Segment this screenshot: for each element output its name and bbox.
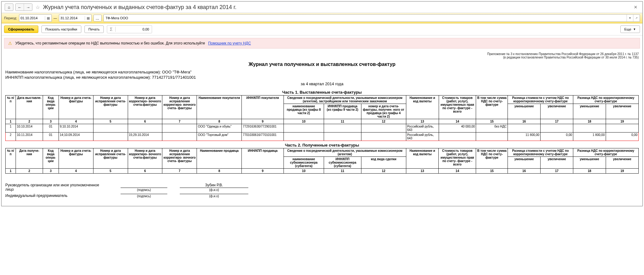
part1-title: Часть 1. Выставленные счета-фактуры <box>5 90 639 95</box>
period-bar: Период: ▦ — ▦ ... ▼ ↗ <box>2 13 642 23</box>
page-title: Журнал учета полученных и выданных счето… <box>43 4 630 11</box>
table-row[interactable]: 110.10.2014019;10.10.2014ООО "Одежда и о… <box>6 124 639 133</box>
report-period: за 4 квартал 2014 года <box>5 82 639 86</box>
forward-icon[interactable]: → <box>24 4 32 11</box>
org-field[interactable]: ▼ ↗ <box>103 14 640 22</box>
dropdown-icon[interactable]: ▼ <box>627 15 633 21</box>
org-input[interactable] <box>104 16 627 21</box>
generate-button[interactable]: Сформировать <box>4 26 38 33</box>
date-to[interactable]: ▦ <box>59 14 92 22</box>
titlebar: ⌂ ← → ☆ Журнал учета полученных и выданн… <box>2 2 642 13</box>
part2-title: Часть 2. Полученные счета-фактуры <box>5 143 639 147</box>
chevron-down-icon: ▼ <box>633 28 636 31</box>
favorite-icon[interactable]: ☆ <box>34 4 41 11</box>
signatures: Руководитель организации или иное уполно… <box>5 183 639 198</box>
close-icon[interactable]: × <box>632 4 639 11</box>
report-area: Приложение № 3 к постановлению Правитель… <box>2 51 642 206</box>
ip-signature: (подпись) <box>121 194 167 198</box>
calendar-icon[interactable]: ▦ <box>85 16 91 20</box>
report-title: Журнал учета полученных и выставленных с… <box>5 62 639 67</box>
ip-fio: (ф.и.о) <box>180 194 248 198</box>
sigma-icon: Σ <box>107 27 116 32</box>
date-from[interactable]: ▦ <box>19 14 52 22</box>
warning-icon: ⚠ <box>8 41 12 46</box>
vat-helper-link[interactable]: Помощник по учету НДС <box>208 41 251 45</box>
print-button[interactable]: Печать <box>84 26 104 33</box>
more-button[interactable]: Еще▼ <box>620 26 640 33</box>
appendix-line2: (в редакции постановления Правительства … <box>5 56 639 59</box>
popout-icon[interactable]: ↗ <box>633 15 640 21</box>
head-label: Руководитель организации или иное уполно… <box>5 183 108 192</box>
head-fio: Зубин Р.В.(ф.и.о) <box>180 188 248 192</box>
payer-name: Наименование налогоплательщика (лица, не… <box>5 70 639 74</box>
date-to-input[interactable] <box>59 16 85 21</box>
back-icon[interactable]: ← <box>16 4 24 11</box>
home-icon[interactable]: ⌂ <box>5 3 13 11</box>
calendar-icon[interactable]: ▦ <box>45 16 51 20</box>
vat-alert: ⚠ Убедитесь, что регламентные операции п… <box>4 38 640 49</box>
table-row[interactable]: 210.11.20140114;10.09.201415;29.10.2014О… <box>6 133 639 141</box>
part2-table: № п/пДата получе- нияКод вида опера- ции… <box>5 148 639 174</box>
sum-value: 0,00 <box>116 27 152 31</box>
period-sep: — <box>54 16 57 20</box>
part1-table: № п/пДата выставле- нияКод вида опера- ц… <box>5 95 639 141</box>
period-select-button[interactable]: ... <box>93 15 102 21</box>
alert-text: Убедитесь, что регламентные операции по … <box>15 41 205 45</box>
date-from-input[interactable] <box>19 16 45 21</box>
show-settings-button[interactable]: Показать настройки <box>41 26 81 33</box>
toolbar: Сформировать Показать настройки Печать Σ… <box>2 23 642 35</box>
appendix-line1: Приложение № 3 к постановлению Правитель… <box>5 52 639 56</box>
sum-box: Σ 0,00 <box>107 25 152 33</box>
head-signature: (подпись) <box>121 188 167 192</box>
period-label: Период: <box>4 16 17 20</box>
ip-label: Индивидуальный предприниматель <box>5 193 108 198</box>
payer-inn: ИНН/КПП налогоплательщика (лица, не явля… <box>5 75 639 80</box>
